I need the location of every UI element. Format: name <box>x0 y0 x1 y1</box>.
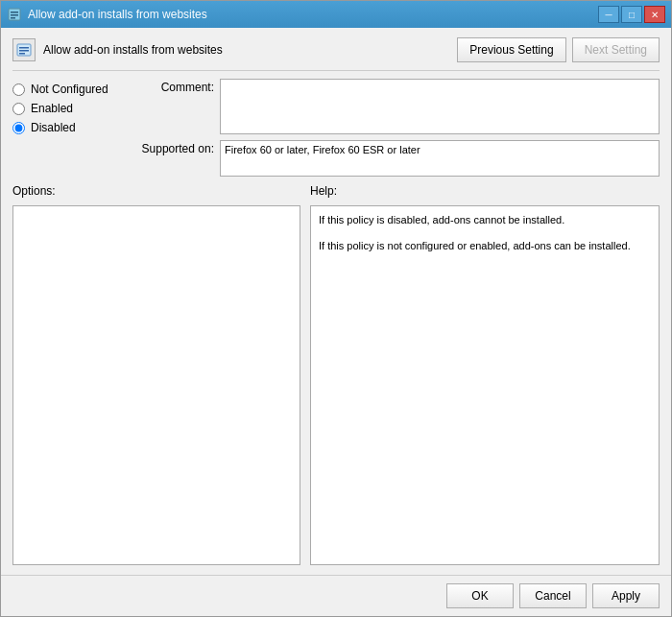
disabled-radio[interactable] <box>12 122 25 134</box>
cancel-button[interactable]: Cancel <box>519 583 587 608</box>
header-row: Allow add-on installs from websites Prev… <box>12 37 660 71</box>
dialog-content: Allow add-on installs from websites Prev… <box>1 28 671 575</box>
disabled-label: Disabled <box>31 121 76 134</box>
footer: OK Cancel Apply <box>1 575 671 616</box>
enabled-option[interactable]: Enabled <box>12 102 137 115</box>
radio-section: Not Configured Enabled Disabled <box>12 79 137 177</box>
header-buttons: Previous Setting Next Setting <box>457 37 660 62</box>
enabled-label: Enabled <box>31 102 73 115</box>
next-setting-button[interactable]: Next Setting <box>572 37 660 62</box>
comment-label: Comment: <box>137 79 214 94</box>
previous-setting-button[interactable]: Previous Setting <box>457 37 565 62</box>
title-bar: Allow add-on installs from websites ─ □ … <box>1 1 671 28</box>
help-text-1: If this policy is disabled, add-ons cann… <box>319 212 651 228</box>
help-text-2: If this policy is not configured or enab… <box>319 238 651 254</box>
disabled-option[interactable]: Disabled <box>12 121 137 134</box>
not-configured-option[interactable]: Not Configured <box>12 83 137 96</box>
maximize-button[interactable]: □ <box>621 6 642 23</box>
title-bar-controls: ─ □ ✕ <box>598 6 665 23</box>
help-panel: If this policy is disabled, add-ons cann… <box>310 205 660 565</box>
ok-button[interactable]: OK <box>446 583 514 608</box>
window-icon <box>7 7 22 22</box>
middle-section: Not Configured Enabled Disabled Comment: <box>12 79 660 177</box>
help-label: Help: <box>310 184 337 198</box>
svg-rect-6 <box>19 50 29 52</box>
svg-rect-5 <box>19 47 29 49</box>
title-bar-left: Allow add-on installs from websites <box>7 7 207 22</box>
svg-rect-3 <box>11 17 15 19</box>
enabled-radio[interactable] <box>12 103 25 115</box>
apply-button[interactable]: Apply <box>592 583 660 608</box>
window-title: Allow add-on installs from websites <box>28 8 207 21</box>
options-box <box>12 205 300 565</box>
supported-on-row: Supported on: Firefox 60 or later, Firef… <box>137 140 660 177</box>
policy-icon <box>12 38 36 61</box>
comment-supported-section: Comment: Supported on: Firefox 60 or lat… <box>137 79 660 177</box>
help-box: If this policy is disabled, add-ons cann… <box>310 205 660 565</box>
options-help-labels: Options: Help: <box>12 184 660 198</box>
comment-textarea[interactable] <box>220 79 660 134</box>
not-configured-radio[interactable] <box>12 83 25 96</box>
main-window: Allow add-on installs from websites ─ □ … <box>0 0 672 617</box>
options-panel <box>12 205 300 565</box>
comment-row: Comment: <box>137 79 660 134</box>
supported-on-label: Supported on: <box>137 140 214 155</box>
svg-rect-1 <box>11 12 18 13</box>
svg-rect-2 <box>11 14 18 16</box>
header-policy-title: Allow add-on installs from websites <box>43 43 223 57</box>
options-help-row: If this policy is disabled, add-ons cann… <box>12 205 660 565</box>
not-configured-label: Not Configured <box>31 83 108 96</box>
header-left: Allow add-on installs from websites <box>12 38 223 61</box>
close-button[interactable]: ✕ <box>644 6 665 23</box>
options-label: Options: <box>12 184 56 198</box>
minimize-button[interactable]: ─ <box>598 6 619 23</box>
supported-on-value: Firefox 60 or later, Firefox 60 ESR or l… <box>220 140 660 177</box>
svg-rect-7 <box>19 53 25 55</box>
